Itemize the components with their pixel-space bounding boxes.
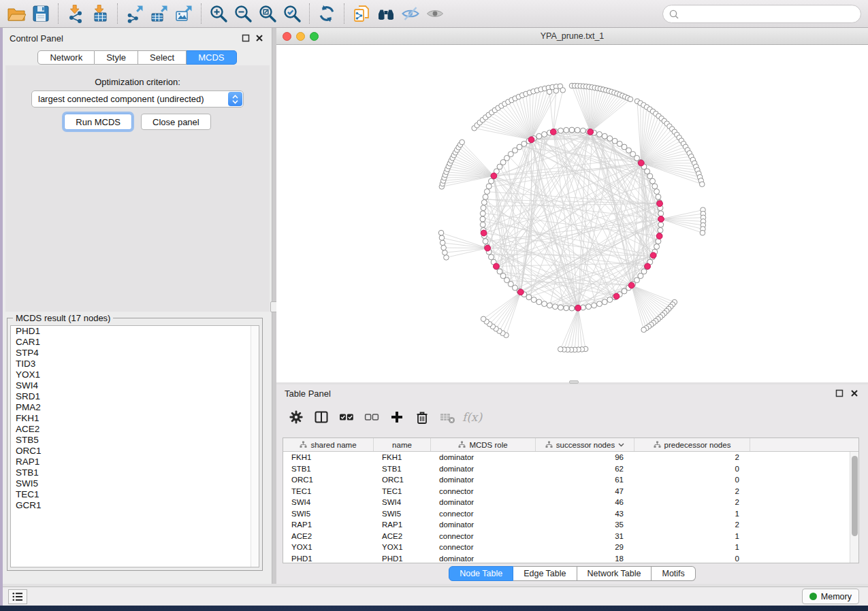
- mcds-node-item[interactable]: STB1: [11, 467, 259, 478]
- cell-successor-nodes[interactable]: 46: [536, 498, 634, 506]
- column-header-predecessor-nodes[interactable]: predecessor nodes: [634, 438, 750, 451]
- mcds-node-item[interactable]: ORC1: [11, 446, 259, 457]
- search-field[interactable]: [662, 5, 861, 23]
- export-network-button[interactable]: [123, 1, 147, 26]
- mcds-node-item[interactable]: STB5: [11, 435, 259, 446]
- cell-shared-name[interactable]: FKH1: [283, 453, 374, 461]
- cell-mcds-role[interactable]: dominator: [431, 453, 536, 461]
- cell-successor-nodes[interactable]: 29: [536, 543, 634, 551]
- mcds-node-item[interactable]: CAR1: [11, 337, 259, 348]
- cell-mcds-role[interactable]: connector: [431, 543, 536, 551]
- run-mcds-button[interactable]: Run MCDS: [64, 114, 132, 130]
- tab-select[interactable]: Select: [138, 50, 187, 65]
- table-row-FKH1[interactable]: FKH1FKH1dominator962: [283, 452, 858, 463]
- cell-successor-nodes[interactable]: 31: [536, 532, 634, 540]
- tab-node-table[interactable]: Node Table: [449, 566, 513, 581]
- cell-shared-name[interactable]: ORC1: [283, 476, 374, 484]
- close-panel-icon[interactable]: [255, 34, 263, 42]
- table-scrollbar[interactable]: [850, 452, 858, 563]
- tab-network-table[interactable]: Network Table: [577, 566, 652, 581]
- export-table-button[interactable]: [147, 1, 172, 26]
- cell-shared-name[interactable]: STB1: [283, 465, 374, 473]
- cell-name[interactable]: SWI4: [374, 498, 431, 506]
- table-row-STB1[interactable]: STB1STB1dominator620: [283, 463, 858, 475]
- cell-predecessor-nodes[interactable]: 2: [634, 521, 750, 529]
- cell-predecessor-nodes[interactable]: 1: [634, 532, 750, 540]
- show-all-button[interactable]: [423, 1, 447, 26]
- cell-mcds-role[interactable]: dominator: [431, 476, 536, 484]
- mcds-node-item[interactable]: TEC1: [11, 489, 259, 500]
- cell-name[interactable]: PHD1: [374, 555, 431, 563]
- mcds-node-item[interactable]: SWI5: [11, 478, 259, 489]
- cell-shared-name[interactable]: SWI4: [283, 498, 374, 506]
- mcds-node-item[interactable]: STP4: [11, 348, 259, 359]
- clear-table-button[interactable]: [434, 406, 460, 428]
- table-row-SWI4[interactable]: SWI4SWI4dominator462: [283, 497, 858, 508]
- clone-network-button[interactable]: [349, 1, 374, 26]
- criterion-dropdown[interactable]: largest connected component (undirected): [31, 90, 244, 108]
- network-window-titlebar[interactable]: YPA_prune.txt_1: [276, 28, 868, 45]
- column-header-successor-nodes[interactable]: successor nodes: [536, 438, 634, 451]
- mcds-node-item[interactable]: PHD1: [11, 326, 259, 337]
- tab-edge-table[interactable]: Edge Table: [513, 566, 577, 581]
- table-settings-button[interactable]: [283, 406, 308, 428]
- zoom-in-button[interactable]: [206, 1, 231, 26]
- table-row-ACE2[interactable]: ACE2ACE2connector311: [283, 531, 858, 542]
- table-row-YOX1[interactable]: YOX1YOX1connector291: [283, 542, 858, 553]
- cell-name[interactable]: TEC1: [374, 487, 431, 495]
- mcds-node-item[interactable]: PMA2: [11, 402, 259, 413]
- cell-mcds-role[interactable]: connector: [431, 510, 536, 518]
- mcds-node-item[interactable]: SWI4: [11, 380, 259, 391]
- mcds-result-list[interactable]: PHD1CAR1STP4TID3YOX1SWI4SRD1PMA2FKH1ACE2…: [10, 325, 259, 567]
- cell-mcds-role[interactable]: connector: [431, 487, 536, 495]
- cell-shared-name[interactable]: SWI5: [283, 510, 374, 518]
- function-builder-button[interactable]: f(x): [460, 406, 485, 428]
- cell-predecessor-nodes[interactable]: 0: [634, 555, 750, 563]
- refresh-view-button[interactable]: [315, 1, 339, 26]
- cell-successor-nodes[interactable]: 43: [536, 510, 634, 518]
- table-row-RAP1[interactable]: RAP1RAP1dominator352: [283, 519, 858, 531]
- mcds-node-item[interactable]: FKH1: [11, 413, 259, 424]
- table-scrollbar-thumb[interactable]: [852, 456, 858, 536]
- cell-mcds-role[interactable]: dominator: [431, 498, 536, 506]
- delete-column-button[interactable]: [409, 406, 434, 428]
- cell-successor-nodes[interactable]: 96: [536, 453, 634, 461]
- mcds-node-item[interactable]: ACE2: [11, 424, 259, 435]
- float-panel-icon[interactable]: [242, 34, 250, 42]
- cell-successor-nodes[interactable]: 47: [536, 487, 634, 495]
- cell-name[interactable]: FKH1: [374, 453, 431, 461]
- horizontal-splitter-handle[interactable]: [569, 380, 579, 384]
- column-header-shared-name[interactable]: shared name: [283, 438, 374, 451]
- mcds-list-scrollbar[interactable]: [251, 326, 259, 567]
- tab-network[interactable]: Network: [37, 50, 95, 65]
- cell-shared-name[interactable]: TEC1: [283, 487, 374, 495]
- column-header-mcds-role[interactable]: MCDS role: [431, 438, 536, 451]
- network-canvas[interactable]: [276, 45, 868, 382]
- cell-mcds-role[interactable]: dominator: [431, 521, 536, 529]
- float-panel-icon[interactable]: [835, 389, 843, 397]
- deselect-all-columns-button[interactable]: [359, 406, 384, 428]
- table-row-ORC1[interactable]: ORC1ORC1dominator610: [283, 474, 858, 486]
- cell-shared-name[interactable]: ACE2: [283, 532, 374, 540]
- first-neighbors-button[interactable]: [374, 1, 398, 26]
- cell-mcds-role[interactable]: dominator: [431, 555, 536, 563]
- cell-successor-nodes[interactable]: 61: [536, 476, 634, 484]
- cell-predecessor-nodes[interactable]: 2: [634, 453, 750, 461]
- cell-predecessor-nodes[interactable]: 1: [634, 510, 750, 518]
- close-panel-icon[interactable]: [850, 389, 858, 397]
- table-row-SWI5[interactable]: SWI5SWI5connector431: [283, 508, 858, 520]
- column-header-name[interactable]: name: [374, 438, 431, 451]
- split-view-button[interactable]: [308, 406, 334, 428]
- cell-predecessor-nodes[interactable]: 2: [634, 498, 750, 506]
- cell-successor-nodes[interactable]: 62: [536, 465, 634, 473]
- search-input[interactable]: [679, 7, 861, 21]
- cell-predecessor-nodes[interactable]: 1: [634, 543, 750, 551]
- table-row-PHD1[interactable]: PHD1PHD1dominator180: [283, 553, 858, 564]
- export-image-button[interactable]: [172, 1, 196, 26]
- zoom-out-button[interactable]: [231, 1, 255, 26]
- cell-name[interactable]: ORC1: [374, 476, 431, 484]
- cell-shared-name[interactable]: RAP1: [283, 521, 374, 529]
- tab-motifs[interactable]: Motifs: [652, 566, 695, 581]
- mcds-node-item[interactable]: TID3: [11, 359, 259, 369]
- close-panel-button[interactable]: Close panel: [141, 114, 211, 130]
